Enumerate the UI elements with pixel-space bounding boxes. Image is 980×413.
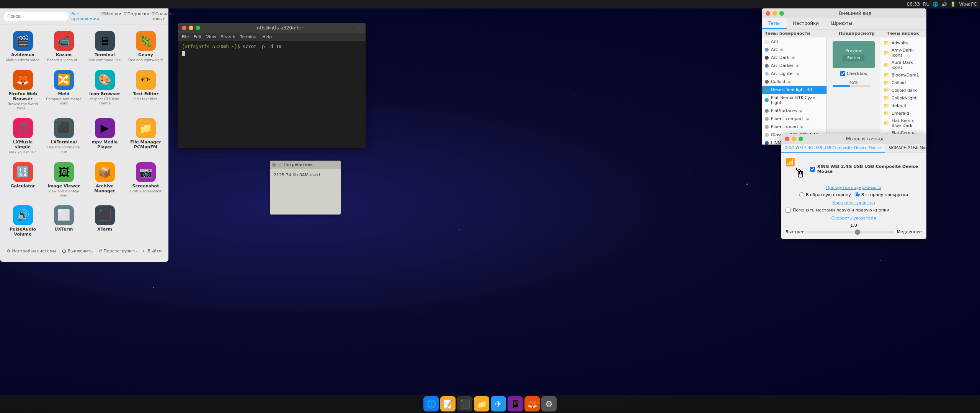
system-settings-button[interactable]: ⚙ Настройки системы [5,247,59,255]
terminal-menu-help[interactable]: Help [262,34,272,39]
theme-item-flatsurfaces[interactable]: FlatSurfaces ◉ [762,107,826,115]
appearance-maximize-button[interactable] [779,11,784,16]
theme-item-fluent-compact[interactable]: Fluent-compact ◉ [762,115,826,123]
terminal-body[interactable]: [ntfs@ntfs-a320mh ~]$ scrot -p -d 10 [178,41,366,148]
app-item-mpv[interactable]: ▶ mpv Media Player [85,115,124,158]
search-input[interactable] [4,12,68,21]
appearance-minimize-button[interactable] [773,11,777,16]
appearance-close-button[interactable] [766,11,770,16]
logout-button[interactable]: ← Выйти [140,247,164,255]
mouse-minimize-button[interactable] [792,137,796,141]
theme-item-flat-remix-cyan[interactable]: Flat-Remix-GTK-Cyan-Light [762,94,826,107]
appearance-tab-fonts[interactable]: Шрифты [825,18,858,29]
terminal-menu-terminal[interactable]: Terminal [240,34,258,39]
tab-icons[interactable]: ☑Иконки [101,11,121,21]
scroll-backward-radio[interactable] [799,192,804,197]
shutdown-button[interactable]: ⏻ Выключить [60,247,95,255]
taskbar-firefox-bottom-icon[interactable]: 🦊 [524,396,540,411]
theme-name-arc: Arc [771,47,778,52]
app-item-text-editor[interactable]: ✏️ Text Editor Edit text files [126,67,165,114]
icon-theme-colloid-dark[interactable]: 📁 Colloid-dark [880,86,926,94]
speed-slider[interactable] [807,231,894,233]
app-item-pulseaudio[interactable]: 🔊 PulseAudio Volume [3,202,42,241]
theme-item-arc-lighter[interactable]: Arc-Lighter ◉ [762,70,826,78]
app-item-screenshot[interactable]: 📷 Screenshot Grab a screenshot [126,159,165,201]
theme-item-arc[interactable]: Arc ◉ [762,46,826,54]
taskbar-settings-icon[interactable]: ⚙ [541,396,557,411]
app-item-geany[interactable]: 🦎 Geany Fast and lightweight [126,28,165,65]
app-item-terminal[interactable]: 🖥 Terminal Use command line [85,28,124,65]
mouse-maximize-button[interactable] [799,137,803,141]
app-item-icon-browser[interactable]: 🎨 Icon Browser Inspect GTK Icon Theme [85,67,124,114]
consumer-titlebar: Потребитель [270,161,341,169]
app-item-firefox[interactable]: 🦊 Firefox Web Browser Browse the World W… [3,67,42,114]
mouse-tab-xing-wei[interactable]: XING WEI 2.4G USB USB Composite Device M… [781,144,885,153]
icon-theme-amy-dark[interactable]: 📁 Amy-Dark-Icons [880,47,926,59]
taskbar-viber-icon[interactable]: 📱 [508,396,523,411]
app-item-image-viewer[interactable]: 🖼 Image Viewer View and manage your [44,159,83,201]
tab-newest[interactable]: ☑Сначала новые [152,11,174,21]
theme-item-ant[interactable]: Ant [762,37,826,46]
scroll-option-forward[interactable]: В сторону прокрутки [855,192,908,197]
terminal-menu-file[interactable]: File [182,34,189,39]
preview-checkbox[interactable] [840,71,845,76]
terminal-options-icon[interactable]: ··· [358,26,362,31]
theme-item-arc-dark[interactable]: Arc-Dark ◉ [762,54,826,62]
app-item-meld[interactable]: 🔀 Meld Compare and merge your [44,67,83,114]
app-item-lxmusic[interactable]: 🎵 LXMusic simple Play your music [3,115,42,158]
icon-theme-colloid-light[interactable]: 📁 Colloid-light [880,94,926,102]
icon-theme-adwaita[interactable]: 📁 Adwaita [880,39,926,47]
scroll-option-backward[interactable]: В обратную сторону [799,192,851,197]
app-item-xterm[interactable]: ⬛ XTerm [85,202,124,241]
terminal-menu-search[interactable]: Search [221,34,235,39]
icon-theme-flat-remix-blue-dark[interactable]: 📁 Flat-Remix-Blue-Dark [880,117,926,129]
restart-button[interactable]: ↺ Перезагрузить [96,247,139,255]
theme-item-arc-darker[interactable]: Arc-Darker ◉ [762,62,826,70]
theme-item-colloid[interactable]: Colloid ◉ [762,78,826,86]
app-item-galculator[interactable]: 🔢 Galculator [3,159,42,201]
mpv-name: mpv Media Player [87,140,123,150]
scroll-section-title[interactable]: Прокрутка содержимого [786,185,922,190]
terminal-maximize-button[interactable] [196,26,200,30]
swap-buttons-checkbox[interactable] [786,208,791,213]
theme-item-desert-teal[interactable]: Desert-Teal-light-40 [762,86,826,94]
icon-theme-bloom[interactable]: 📁 Bloom-Dark1 [880,71,926,79]
tab-all-apps[interactable]: Все приложения [71,11,99,21]
taskbar-telegram-icon[interactable]: ✈ [491,396,506,411]
taskbar-files-icon[interactable]: 📁 [474,396,489,411]
tab-subscriptions[interactable]: ☑Подписки [124,11,149,21]
section-header-icon-themes: Темы иконок [887,31,919,36]
app-item-lxterminal[interactable]: ⬛ LXTerminal Use the command-line [44,115,83,158]
theme-item-fluent-round[interactable]: Fluent-round ◉ [762,123,826,131]
taskbar-notes-icon[interactable]: 📝 [440,396,456,411]
app-item-uxterm[interactable]: ⬜ UXTerm [44,202,83,241]
consumer-minimize-button[interactable] [278,163,281,167]
terminal-minimize-button[interactable] [189,26,193,30]
app-item-pcmanfm[interactable]: 📁 File Manager PCManFM [126,115,165,158]
appearance-tab-settings[interactable]: Настройки [787,18,825,29]
icon-theme-aura-dark[interactable]: 📁 Aura-Dark-Icons [880,59,926,71]
terminal-close-button[interactable] [182,26,186,30]
taskbar-browser-icon[interactable]: 🌐 [423,396,439,411]
app-item-kazam[interactable]: 📹 Kazam Record a video of... [44,28,83,65]
speed-section-title[interactable]: Скорость указателя [786,216,922,221]
taskbar-terminal-bottom-icon[interactable]: ⬛ [457,396,472,411]
buttons-section-title[interactable]: Кнопки устройства [786,200,922,205]
terminal-menu-view[interactable]: View [206,34,216,39]
terminal-menu-edit[interactable]: Edit [193,34,201,39]
scroll-forward-radio[interactable] [855,192,860,197]
icon-theme-default[interactable]: 📁 default [880,102,926,109]
app-item-avidemux[interactable]: 🎬 Avidemux Multiplatform video [3,28,42,65]
icon-theme-colloid[interactable]: 📁 Colloid [880,79,926,86]
appearance-tab-themes[interactable]: Темы [762,18,787,29]
app-item-archive-manager[interactable]: 📦 Archive Manager [85,159,124,201]
text-editor-icon: ✏️ [136,70,156,90]
preview-label: Preview [846,48,862,53]
speed-slider-thumb[interactable] [855,229,860,235]
icon-theme-emerald[interactable]: 📁 Emerald [880,109,926,117]
mouse-tab-sigma[interactable]: SIGMACHIP Usb Mouse [885,144,926,153]
mouse-device-checkbox[interactable] [810,167,815,172]
consumer-close-button[interactable] [272,163,276,167]
mouse-close-button[interactable] [785,137,789,141]
preview-button[interactable]: Button [843,55,864,61]
